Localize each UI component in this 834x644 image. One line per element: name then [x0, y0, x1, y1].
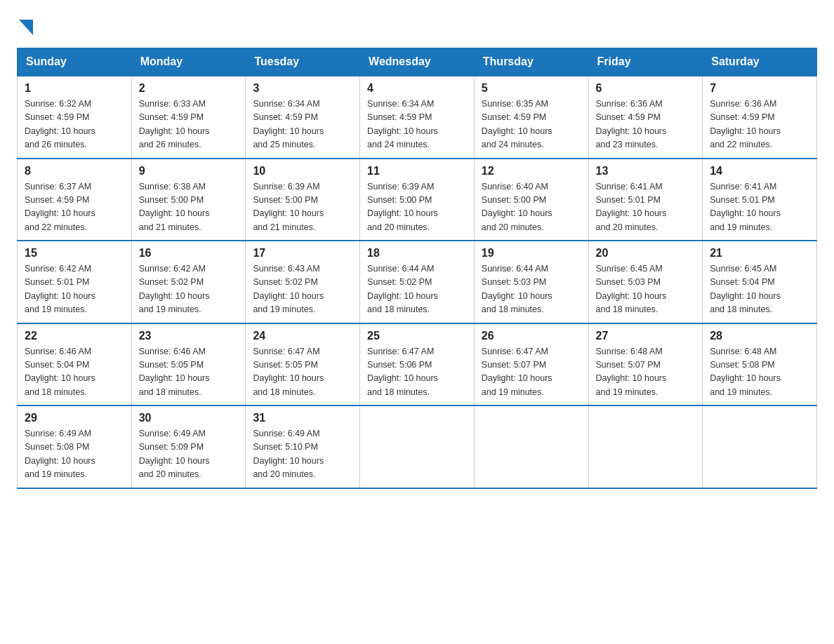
calendar-cell: 2 Sunrise: 6:33 AMSunset: 4:59 PMDayligh…: [131, 76, 246, 159]
calendar-cell: 19 Sunrise: 6:44 AMSunset: 5:03 PMDaylig…: [474, 241, 588, 323]
column-header-monday: Monday: [131, 48, 246, 76]
day-number: 2: [139, 82, 239, 95]
day-info: Sunrise: 6:42 AMSunset: 5:01 PMDaylight:…: [25, 262, 124, 317]
calendar-cell: 13 Sunrise: 6:41 AMSunset: 5:01 PMDaylig…: [588, 159, 703, 241]
calendar-week-1: 1 Sunrise: 6:32 AMSunset: 4:59 PMDayligh…: [18, 76, 817, 159]
day-number: 11: [367, 165, 467, 177]
calendar-cell: 7 Sunrise: 6:36 AMSunset: 4:59 PMDayligh…: [703, 76, 817, 159]
calendar-header-row: SundayMondayTuesdayWednesdayThursdayFrid…: [18, 48, 817, 76]
day-info: Sunrise: 6:47 AMSunset: 5:07 PMDaylight:…: [482, 345, 581, 400]
day-number: 8: [25, 165, 124, 177]
day-info: Sunrise: 6:32 AMSunset: 4:59 PMDaylight:…: [25, 98, 124, 152]
calendar-cell: 12 Sunrise: 6:40 AMSunset: 5:00 PMDaylig…: [474, 159, 588, 241]
day-number: 17: [253, 247, 352, 260]
calendar-cell: [703, 405, 817, 488]
calendar-cell: 14 Sunrise: 6:41 AMSunset: 5:01 PMDaylig…: [703, 159, 817, 241]
day-info: Sunrise: 6:44 AMSunset: 5:02 PMDaylight:…: [367, 262, 467, 317]
day-number: 14: [710, 165, 809, 177]
day-info: Sunrise: 6:49 AMSunset: 5:09 PMDaylight:…: [139, 427, 239, 482]
day-number: 20: [596, 247, 696, 260]
day-number: 27: [596, 330, 696, 342]
calendar-cell: 15 Sunrise: 6:42 AMSunset: 5:01 PMDaylig…: [18, 241, 132, 323]
calendar-cell: 22 Sunrise: 6:46 AMSunset: 5:04 PMDaylig…: [18, 323, 132, 406]
column-header-sunday: Sunday: [18, 48, 132, 76]
day-info: Sunrise: 6:35 AMSunset: 4:59 PMDaylight:…: [482, 98, 581, 152]
calendar-cell: [360, 405, 475, 488]
calendar-week-3: 15 Sunrise: 6:42 AMSunset: 5:01 PMDaylig…: [18, 241, 817, 323]
day-number: 12: [482, 165, 581, 177]
day-number: 4: [367, 82, 467, 95]
day-number: 15: [25, 247, 124, 260]
calendar-cell: 23 Sunrise: 6:46 AMSunset: 5:05 PMDaylig…: [131, 323, 246, 406]
day-info: Sunrise: 6:45 AMSunset: 5:04 PMDaylight:…: [710, 262, 809, 317]
calendar-cell: 27 Sunrise: 6:48 AMSunset: 5:07 PMDaylig…: [588, 323, 703, 406]
page-header: [17, 17, 817, 34]
day-info: Sunrise: 6:46 AMSunset: 5:04 PMDaylight:…: [25, 345, 124, 400]
column-header-saturday: Saturday: [703, 48, 817, 76]
day-info: Sunrise: 6:36 AMSunset: 4:59 PMDaylight:…: [710, 98, 809, 152]
day-info: Sunrise: 6:39 AMSunset: 5:00 PMDaylight:…: [367, 180, 467, 235]
column-header-tuesday: Tuesday: [246, 48, 360, 76]
day-info: Sunrise: 6:45 AMSunset: 5:03 PMDaylight:…: [596, 262, 696, 317]
calendar-cell: 8 Sunrise: 6:37 AMSunset: 4:59 PMDayligh…: [18, 159, 132, 241]
day-info: Sunrise: 6:47 AMSunset: 5:06 PMDaylight:…: [367, 345, 467, 400]
day-info: Sunrise: 6:34 AMSunset: 4:59 PMDaylight:…: [367, 98, 467, 152]
calendar-cell: 17 Sunrise: 6:43 AMSunset: 5:02 PMDaylig…: [246, 241, 360, 323]
day-number: 25: [367, 330, 467, 342]
day-number: 29: [25, 412, 124, 424]
calendar-cell: 30 Sunrise: 6:49 AMSunset: 5:09 PMDaylig…: [131, 405, 246, 488]
day-info: Sunrise: 6:44 AMSunset: 5:03 PMDaylight:…: [482, 262, 581, 317]
day-info: Sunrise: 6:38 AMSunset: 5:00 PMDaylight:…: [139, 180, 239, 235]
day-info: Sunrise: 6:36 AMSunset: 4:59 PMDaylight:…: [596, 98, 696, 152]
day-number: 1: [25, 82, 124, 95]
day-info: Sunrise: 6:48 AMSunset: 5:08 PMDaylight:…: [710, 345, 809, 400]
day-info: Sunrise: 6:48 AMSunset: 5:07 PMDaylight:…: [596, 345, 696, 400]
day-number: 9: [139, 165, 239, 177]
calendar-cell: 18 Sunrise: 6:44 AMSunset: 5:02 PMDaylig…: [360, 241, 475, 323]
day-info: Sunrise: 6:49 AMSunset: 5:10 PMDaylight:…: [253, 427, 352, 482]
calendar-cell: 25 Sunrise: 6:47 AMSunset: 5:06 PMDaylig…: [360, 323, 475, 406]
calendar-cell: 10 Sunrise: 6:39 AMSunset: 5:00 PMDaylig…: [246, 159, 360, 241]
day-info: Sunrise: 6:39 AMSunset: 5:00 PMDaylight:…: [253, 180, 352, 235]
calendar-cell: 16 Sunrise: 6:42 AMSunset: 5:02 PMDaylig…: [131, 241, 246, 323]
column-header-thursday: Thursday: [474, 48, 588, 76]
day-number: 30: [139, 412, 239, 424]
day-number: 28: [710, 330, 809, 342]
calendar-cell: 24 Sunrise: 6:47 AMSunset: 5:05 PMDaylig…: [246, 323, 360, 406]
day-info: Sunrise: 6:40 AMSunset: 5:00 PMDaylight:…: [482, 180, 581, 235]
day-number: 7: [710, 82, 809, 95]
day-number: 23: [139, 330, 239, 342]
day-info: Sunrise: 6:43 AMSunset: 5:02 PMDaylight:…: [253, 262, 352, 317]
day-number: 18: [367, 247, 467, 260]
column-header-friday: Friday: [588, 48, 703, 76]
logo: [17, 17, 33, 34]
day-number: 24: [253, 330, 352, 342]
day-number: 6: [596, 82, 696, 95]
calendar-week-2: 8 Sunrise: 6:37 AMSunset: 4:59 PMDayligh…: [18, 159, 817, 241]
calendar-cell: 21 Sunrise: 6:45 AMSunset: 5:04 PMDaylig…: [703, 241, 817, 323]
calendar-cell: 31 Sunrise: 6:49 AMSunset: 5:10 PMDaylig…: [246, 405, 360, 488]
day-info: Sunrise: 6:37 AMSunset: 4:59 PMDaylight:…: [25, 180, 124, 235]
day-number: 26: [482, 330, 581, 342]
calendar-cell: 28 Sunrise: 6:48 AMSunset: 5:08 PMDaylig…: [703, 323, 817, 406]
calendar-cell: [474, 405, 588, 488]
calendar-cell: 26 Sunrise: 6:47 AMSunset: 5:07 PMDaylig…: [474, 323, 588, 406]
day-number: 16: [139, 247, 239, 260]
day-number: 31: [253, 412, 352, 424]
day-number: 19: [482, 247, 581, 260]
calendar-cell: 6 Sunrise: 6:36 AMSunset: 4:59 PMDayligh…: [588, 76, 703, 159]
day-info: Sunrise: 6:41 AMSunset: 5:01 PMDaylight:…: [596, 180, 696, 235]
calendar-cell: 11 Sunrise: 6:39 AMSunset: 5:00 PMDaylig…: [360, 159, 475, 241]
column-header-wednesday: Wednesday: [360, 48, 475, 76]
day-info: Sunrise: 6:41 AMSunset: 5:01 PMDaylight:…: [710, 180, 809, 235]
calendar-cell: 9 Sunrise: 6:38 AMSunset: 5:00 PMDayligh…: [131, 159, 246, 241]
day-info: Sunrise: 6:34 AMSunset: 4:59 PMDaylight:…: [253, 98, 352, 152]
calendar-cell: 5 Sunrise: 6:35 AMSunset: 4:59 PMDayligh…: [474, 76, 588, 159]
day-info: Sunrise: 6:42 AMSunset: 5:02 PMDaylight:…: [139, 262, 239, 317]
day-number: 21: [710, 247, 809, 260]
svg-marker-0: [19, 20, 33, 35]
day-number: 3: [253, 82, 352, 95]
day-info: Sunrise: 6:46 AMSunset: 5:05 PMDaylight:…: [139, 345, 239, 400]
day-number: 5: [482, 82, 581, 95]
calendar-cell: 3 Sunrise: 6:34 AMSunset: 4:59 PMDayligh…: [246, 76, 360, 159]
